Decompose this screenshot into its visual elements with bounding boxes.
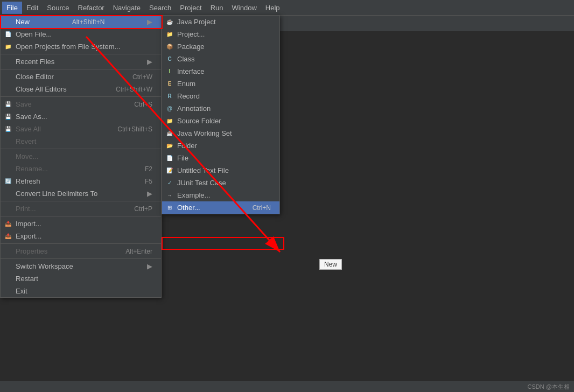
class-icon: C (165, 55, 174, 64)
restart-label: Restart (16, 275, 38, 283)
menu-item-export[interactable]: 📤 Export... (1, 230, 161, 242)
menubar-refactor[interactable]: Refactor (74, 2, 109, 14)
source-folder-icon: 📁 (165, 117, 174, 125)
menubar-edit[interactable]: Edit (22, 2, 43, 14)
separator-7 (1, 243, 161, 244)
submenu-example[interactable]: → Example... (162, 189, 279, 201)
file-label: File (177, 154, 188, 162)
menu-item-rename[interactable]: Rename... F2 (1, 163, 161, 175)
move-label: Move... (16, 152, 39, 160)
submenu-annotation[interactable]: @ Annotation (162, 102, 279, 115)
record-label: Record (177, 92, 200, 100)
submenu-project[interactable]: 📁 Project... (162, 28, 279, 40)
menu-item-print[interactable]: Print... Ctrl+P (1, 202, 161, 215)
submenu-other[interactable]: ⊞ Other... Ctrl+N (162, 201, 279, 214)
submenu-enum[interactable]: E Enum (162, 78, 279, 90)
new-shortcut: Alt+Shift+N (72, 18, 105, 26)
menu-item-recent-files[interactable]: Recent Files ▶ (1, 55, 161, 68)
menu-item-switch-workspace[interactable]: Switch Workspace ▶ (1, 260, 161, 272)
java-project-label: Java Project (177, 18, 216, 26)
close-editor-label: Close Editor (16, 73, 54, 81)
menu-item-restart[interactable]: Restart (1, 272, 161, 285)
menu-item-close-editor[interactable]: Close Editor Ctrl+W (1, 71, 161, 83)
print-shortcut: Ctrl+P (134, 205, 152, 213)
menu-item-move[interactable]: Move... (1, 150, 161, 163)
folder-icon: 📂 (165, 142, 174, 150)
project-icon: 📁 (165, 30, 174, 39)
java-project-icon: ☕ (165, 18, 174, 26)
import-icon: 📥 (4, 220, 12, 228)
submenu-record[interactable]: R Record (162, 90, 279, 102)
save-all-label: Save All (16, 125, 41, 133)
open-file-label: Open File... (16, 30, 52, 38)
submenu-interface[interactable]: I Interface (162, 65, 279, 78)
menubar-run[interactable]: Run (206, 2, 228, 14)
submenu-java-working-set[interactable]: ☕ Java Working Set (162, 127, 279, 139)
menu-item-refresh[interactable]: 🔄 Refresh F5 (1, 175, 161, 187)
menu-item-save-all[interactable]: 💾 Save All Ctrl+Shift+S (1, 123, 161, 135)
submenu-source-folder[interactable]: 📁 Source Folder (162, 115, 279, 127)
save-all-shortcut: Ctrl+Shift+S (117, 125, 152, 133)
menu-item-open-projects[interactable]: 📁 Open Projects from File System... (1, 40, 161, 53)
package-label: Package (177, 43, 205, 51)
refresh-icon: 🔄 (4, 177, 12, 186)
other-label: Other... (177, 204, 200, 212)
menubar-source[interactable]: Source (43, 2, 73, 14)
interface-icon: I (165, 67, 174, 76)
menu-item-exit[interactable]: Exit (1, 285, 161, 297)
example-icon: → (165, 191, 174, 200)
menu-item-close-all[interactable]: Close All Editors Ctrl+Shift+W (1, 83, 161, 95)
submenu-package[interactable]: 📦 Package (162, 40, 279, 53)
open-projects-label: Open Projects from File System... (16, 43, 120, 51)
menubar-file[interactable]: File (2, 2, 22, 14)
export-label: Export... (16, 232, 41, 240)
recent-files-arrow: ▶ (147, 58, 152, 66)
record-icon: R (165, 92, 174, 101)
switch-workspace-arrow: ▶ (147, 262, 152, 270)
save-shortcut: Ctrl+S (134, 101, 152, 108)
export-icon: 📤 (4, 232, 12, 241)
print-label: Print... (16, 205, 36, 213)
menu-item-save-as[interactable]: 💾 Save As... (1, 110, 161, 123)
switch-workspace-label: Switch Workspace (16, 262, 73, 270)
menubar-window[interactable]: Window (228, 2, 261, 14)
submenu-file[interactable]: 📄 File (162, 152, 279, 164)
untitled-text-label: Untitled Text File (177, 166, 229, 174)
save-label: Save (16, 100, 32, 108)
menubar-search[interactable]: Search (145, 2, 176, 14)
annotation-label: Annotation (177, 104, 211, 113)
package-icon: 📦 (165, 43, 174, 51)
menu-item-revert[interactable]: Revert (1, 135, 161, 148)
submenu-folder[interactable]: 📂 Folder (162, 139, 279, 152)
menu-item-convert-line[interactable]: Convert Line Delimiters To ▶ (1, 187, 161, 200)
menu-item-new[interactable]: New Alt+Shift+N ▶ (1, 16, 161, 28)
rename-label: Rename... (16, 165, 48, 173)
enum-icon: E (165, 80, 174, 88)
enum-label: Enum (177, 80, 195, 88)
file-icon: 📄 (165, 154, 174, 163)
file-menu: New Alt+Shift+N ▶ 📄 Open File... 📁 Open … (0, 15, 162, 298)
other-icon: ⊞ (165, 204, 174, 212)
folder-label: Folder (177, 142, 197, 150)
menu-item-properties[interactable]: Properties Alt+Enter (1, 245, 161, 257)
submenu-class[interactable]: C Class (162, 53, 279, 65)
menu-item-save[interactable]: 💾 Save Ctrl+S (1, 98, 161, 110)
menubar-help[interactable]: Help (261, 2, 284, 14)
new-tooltip: New (319, 259, 342, 270)
menubar-project[interactable]: Project (176, 2, 206, 14)
menubar-navigate[interactable]: Navigate (109, 2, 145, 14)
annotation-icon: @ (165, 104, 174, 113)
menu-item-open-file[interactable]: 📄 Open File... (1, 28, 161, 40)
import-label: Import... (16, 220, 41, 228)
submenu-java-project[interactable]: ☕ Java Project (162, 16, 279, 28)
new-label: New (16, 18, 30, 26)
save-all-icon: 💾 (4, 125, 12, 134)
submenu-untitled-text-file[interactable]: 📝 Untitled Text File (162, 164, 279, 177)
new-arrow: ▶ (147, 18, 152, 26)
statusbar-text: CSDN @本生相 (528, 383, 570, 391)
java-working-set-label: Java Working Set (177, 129, 232, 137)
menu-item-import[interactable]: 📥 Import... (1, 218, 161, 230)
save-icon: 💾 (4, 100, 12, 109)
refresh-shortcut: F5 (145, 178, 152, 185)
submenu-junit-test-case[interactable]: ✓ JUnit Test Case (162, 177, 279, 189)
